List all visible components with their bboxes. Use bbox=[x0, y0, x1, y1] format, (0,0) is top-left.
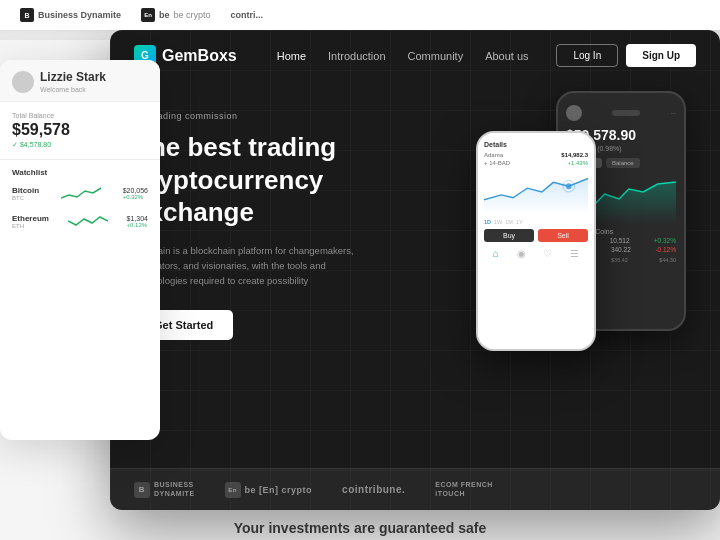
eth-chart bbox=[68, 211, 108, 231]
left-card: Lizzie Stark Welcome back Total Balance … bbox=[0, 60, 160, 440]
phone-notch bbox=[612, 110, 640, 116]
topbar-be-crypto: En be be crypto bbox=[141, 8, 211, 22]
phone-front-chart bbox=[484, 170, 588, 215]
svg-point-0 bbox=[566, 183, 572, 189]
coin-row-btc: Bitcoin BTC $20,056 +0.32% bbox=[12, 183, 148, 203]
hero-content: 0% trading commission The best trading c… bbox=[134, 101, 443, 441]
phones-container: ··· $59,578.90 $4578.30 (0.98%) Analytic… bbox=[443, 101, 696, 441]
partner-ecom: ECOM FRENCHiTOUCH bbox=[435, 481, 493, 498]
nav-links: Home Introduction Community About us bbox=[277, 50, 557, 62]
nav-about[interactable]: About us bbox=[485, 50, 528, 62]
bottom-text: Your investments are guaranteed safe bbox=[0, 520, 720, 536]
user-name: Lizzie Stark bbox=[40, 70, 106, 84]
partner-business-dynamite: B BUSINESSDYNAMITE bbox=[134, 481, 195, 498]
hero-description: KuChain is a blockchain platform for cha… bbox=[134, 243, 354, 289]
phone-front: Details Adama $14,982.3 + 14-BAD +1.43% bbox=[476, 131, 596, 351]
balance-amount: $59,578 bbox=[12, 121, 148, 139]
nav-community[interactable]: Community bbox=[408, 50, 464, 62]
btc-chart bbox=[61, 183, 101, 203]
user-subtitle: Welcome back bbox=[40, 86, 106, 93]
balance-change: ✓ $4,578.80 bbox=[12, 141, 148, 149]
watchlist: Watchlist Bitcoin BTC $20,056 +0.32% Eth… bbox=[0, 160, 160, 247]
sell-button[interactable]: Sell bbox=[538, 229, 588, 242]
main-card: G GemBoxs Home Introduction Community Ab… bbox=[110, 30, 720, 510]
partner-be-crypto: En be [En] crypto bbox=[225, 482, 313, 498]
detail-row-2: + 14-BAD +1.43% bbox=[484, 160, 588, 166]
login-button[interactable]: Log In bbox=[556, 44, 618, 67]
be-crypto-icon: En bbox=[141, 8, 155, 22]
partners-strip: B BUSINESSDYNAMITE En be [En] crypto coi… bbox=[110, 468, 720, 510]
phone-avatar bbox=[566, 105, 582, 121]
phone-front-screen: Details Adama $14,982.3 + 14-BAD +1.43% bbox=[478, 133, 594, 349]
balance-label: Total Balance bbox=[12, 112, 148, 119]
bottom-nav: ⌂ ◉ ♡ ☰ bbox=[484, 248, 588, 259]
hero-section: 0% trading commission The best trading c… bbox=[110, 81, 720, 441]
details-header: Details bbox=[484, 141, 588, 148]
balance-section: Total Balance $59,578 ✓ $4,578.80 bbox=[0, 102, 160, 160]
coin-row-eth: Ethereum ETH $1,304 +0.12% bbox=[12, 211, 148, 231]
watchlist-title: Watchlist bbox=[12, 168, 148, 177]
left-card-header: Lizzie Stark Welcome back bbox=[0, 60, 160, 102]
navbar: G GemBoxs Home Introduction Community Ab… bbox=[110, 30, 720, 81]
time-filters: 1D 1W 1M 1Y bbox=[484, 219, 588, 225]
hero-badge: 0% trading commission bbox=[134, 111, 443, 121]
topbar-business-dynamite: B Business Dynamite bbox=[20, 8, 121, 22]
avatar bbox=[12, 71, 34, 93]
topbar-contri: contri... bbox=[231, 10, 264, 20]
nav-introduction[interactable]: Introduction bbox=[328, 50, 385, 62]
bd-icon: B bbox=[134, 482, 150, 498]
buy-button[interactable]: Buy bbox=[484, 229, 534, 242]
nav-home[interactable]: Home bbox=[277, 50, 306, 62]
signup-button[interactable]: Sign Up bbox=[626, 44, 696, 67]
business-dynamite-icon: B bbox=[20, 8, 34, 22]
be-icon: En bbox=[225, 482, 241, 498]
hero-title: The best trading cryptocurrency exchange bbox=[134, 131, 443, 229]
buy-sell-buttons: Buy Sell bbox=[484, 229, 588, 242]
detail-row-1: Adama $14,982.3 bbox=[484, 152, 588, 158]
nav-buttons: Log In Sign Up bbox=[556, 44, 696, 67]
top-bar: B Business Dynamite En be be crypto cont… bbox=[0, 0, 720, 30]
partner-cointribune: cointribune. bbox=[342, 484, 405, 495]
